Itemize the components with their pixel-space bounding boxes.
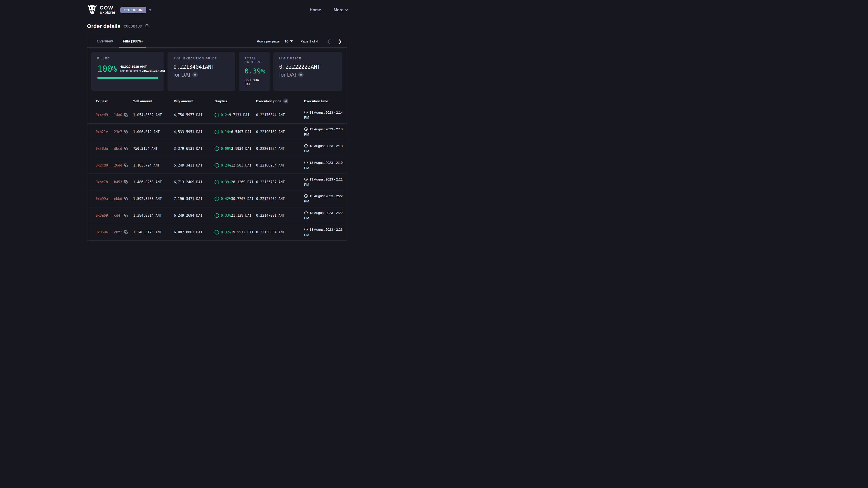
- app-header: COW Explorer ETHEREUM Home More: [0, 0, 434, 15]
- surplus-amount: 9.7131 DAI: [229, 113, 249, 117]
- surplus: ↑ 0.33% 21.128 DAI: [215, 213, 256, 218]
- execution-price: 0.22147091 ANT: [256, 214, 304, 218]
- total-surplus-label: TOTAL SURPLUS: [245, 57, 264, 64]
- surplus: ↑ 0.14% 6.5407 DAI: [215, 130, 256, 134]
- surplus: ↑ 0.42% 30.7707 DAI: [215, 197, 256, 201]
- copy-tx-hash-icon[interactable]: [124, 163, 128, 167]
- avg-execution-price-card: AVG. EXECUTION PRICE 0.22134041ANT for D…: [167, 52, 235, 91]
- clock-icon: [304, 110, 308, 114]
- table-row: 0xb21e...23e7 1,006.012 ANT 4,533.5951 D…: [87, 123, 347, 140]
- clock-icon: [304, 161, 308, 164]
- next-page-button[interactable]: ❯: [338, 39, 342, 43]
- tab-overview[interactable]: Overview: [92, 35, 118, 47]
- surplus-percent: 0.09%: [221, 147, 231, 151]
- sell-amount: 1,384.0314 ANT: [133, 214, 174, 218]
- limit-price-for-token: for DAI: [279, 72, 296, 78]
- col-execution-time: Execution time: [304, 99, 343, 103]
- copy-order-hash-icon[interactable]: [145, 24, 150, 29]
- buy-amount: 7,196.3471 DAI: [174, 197, 215, 201]
- table-row: 0x4ed9...14a0 1,054.8632 ANT 4,756.5977 …: [87, 107, 347, 123]
- copy-tx-hash-icon[interactable]: [124, 230, 128, 234]
- tx-hash-link[interactable]: 0x3a69...cd4f: [96, 214, 122, 218]
- surplus-amount: 21.128 DAI: [231, 214, 251, 218]
- surplus-up-icon: ↑: [215, 197, 219, 201]
- execution-time: 13 August 2023 - 2:21 PM: [304, 177, 343, 187]
- clock-icon: [304, 228, 308, 231]
- cow-explorer-logo[interactable]: COW Explorer: [87, 4, 115, 15]
- tab-fills[interactable]: Fills (100%): [118, 35, 148, 47]
- copy-tx-hash-icon[interactable]: [124, 113, 128, 117]
- surplus-amount: 12.583 DAI: [231, 163, 251, 167]
- copy-tx-hash-icon[interactable]: [124, 214, 128, 217]
- limit-price-value: 0.22222222ANT: [279, 64, 336, 70]
- surplus-up-icon: ↑: [215, 113, 219, 117]
- total-surplus-amount: 860.894 DAI: [245, 78, 264, 86]
- avg-price-label: AVG. EXECUTION PRICE: [174, 57, 229, 60]
- copy-tx-hash-icon[interactable]: [124, 130, 128, 134]
- filled-percent: 100%: [97, 64, 117, 74]
- summary-cards: FILLED 100% 48,020.1919 ANT sold for a t…: [87, 48, 347, 95]
- execution-price: 0.22150834 ANT: [256, 230, 304, 234]
- surplus-percent: 0.33%: [221, 214, 231, 218]
- swap-price-column-icon[interactable]: ⇄: [283, 98, 288, 103]
- tab-bar: Overview Fills (100%) Rows per page: 10 …: [87, 35, 347, 48]
- surplus-up-icon: ↑: [215, 213, 219, 218]
- clock-icon: [304, 127, 308, 131]
- clock-icon: [304, 211, 308, 215]
- tx-hash-link[interactable]: 0x4ed9...14a0: [96, 113, 122, 117]
- surplus-up-icon: ↑: [215, 130, 219, 134]
- table-row: 0x2cd0...26dd 1,163.724 ANT 5,249.3411 D…: [87, 157, 347, 173]
- execution-price: 0.22190162 ANT: [256, 130, 304, 134]
- swap-price-icon[interactable]: ⇄: [298, 72, 304, 77]
- network-caret-icon[interactable]: [149, 9, 152, 11]
- table-row: 0xf8da...dbcd 750.3154 ANT 3,379.6131 DA…: [87, 140, 347, 157]
- execution-time: 13 August 2023 - 2:22 PM: [304, 194, 343, 204]
- buy-amount: 6,249.2694 DAI: [174, 214, 215, 218]
- execution-time: 13 August 2023 - 2:22 PM: [304, 210, 343, 221]
- filled-sold-amount: 48,020.1919 ANT: [120, 64, 165, 69]
- table-row: 0x050e...cbf2 1,348.5175 ANT 6,087.8862 …: [87, 224, 347, 240]
- rows-per-page-select[interactable]: 10: [285, 39, 293, 43]
- copy-tx-hash-icon[interactable]: [124, 180, 128, 184]
- sell-amount: 1,054.8632 ANT: [133, 113, 174, 117]
- surplus-percent: 0.24%: [221, 163, 231, 167]
- table-row: 0xb99a...ebbd 1,592.3503 ANT 7,196.3471 …: [87, 190, 347, 207]
- col-execution-price: Execution price ⇄: [256, 98, 304, 103]
- execution-time: 13 August 2023 - 2:18 PM: [304, 143, 343, 154]
- prev-page-button[interactable]: ❮: [327, 39, 331, 43]
- filled-progress-bar: [97, 77, 158, 78]
- clock-icon: [304, 177, 308, 181]
- sell-amount: 1,348.5175 ANT: [133, 230, 174, 234]
- swap-price-icon[interactable]: ⇄: [192, 72, 198, 77]
- col-buy-amount: Buy amount: [174, 99, 215, 103]
- surplus-up-icon: ↑: [215, 163, 219, 168]
- buy-amount: 4,756.5977 DAI: [174, 113, 215, 117]
- col-tx-hash: Tx hash: [96, 99, 133, 103]
- copy-tx-hash-icon[interactable]: [124, 147, 128, 151]
- main-nav: Home More: [310, 8, 347, 12]
- page-indicator: Page 1 of 4: [301, 39, 318, 43]
- filled-label: FILLED: [97, 57, 158, 60]
- total-surplus-percent: 0.39%: [245, 67, 264, 75]
- tx-hash-link[interactable]: 0xb99a...ebbd: [96, 197, 122, 201]
- tx-hash-link[interactable]: 0xb21e...23e7: [96, 130, 122, 134]
- sell-amount: 1,163.724 ANT: [133, 163, 174, 167]
- network-selector[interactable]: ETHEREUM: [120, 7, 146, 13]
- execution-price: 0.22201224 ANT: [256, 147, 304, 151]
- tx-hash-link[interactable]: 0x2cd0...26dd: [96, 163, 122, 167]
- nav-more[interactable]: More: [334, 8, 347, 12]
- rows-per-page-label: Rows per page:: [257, 39, 281, 43]
- tx-hash-link[interactable]: 0xf8da...dbcd: [96, 147, 122, 151]
- sell-amount: 1,486.0253 ANT: [133, 180, 174, 184]
- surplus: ↑ 0.2% 9.7131 DAI: [215, 113, 256, 117]
- execution-time: 13 August 2023 - 2:14 PM: [304, 110, 343, 120]
- avg-price-value: 0.22134041ANT: [174, 64, 229, 70]
- filled-total: sold for a total of 216,951.757 DAI: [120, 69, 165, 73]
- clock-icon: [304, 194, 308, 198]
- copy-tx-hash-icon[interactable]: [124, 197, 128, 201]
- tx-hash-link[interactable]: 0x050e...cbf2: [96, 230, 122, 234]
- col-surplus: Surplus: [215, 99, 256, 103]
- surplus: ↑ 0.39% 26.1269 DAI: [215, 180, 256, 184]
- nav-home[interactable]: Home: [310, 8, 321, 12]
- tx-hash-link[interactable]: 0xbe78...b453: [96, 180, 122, 184]
